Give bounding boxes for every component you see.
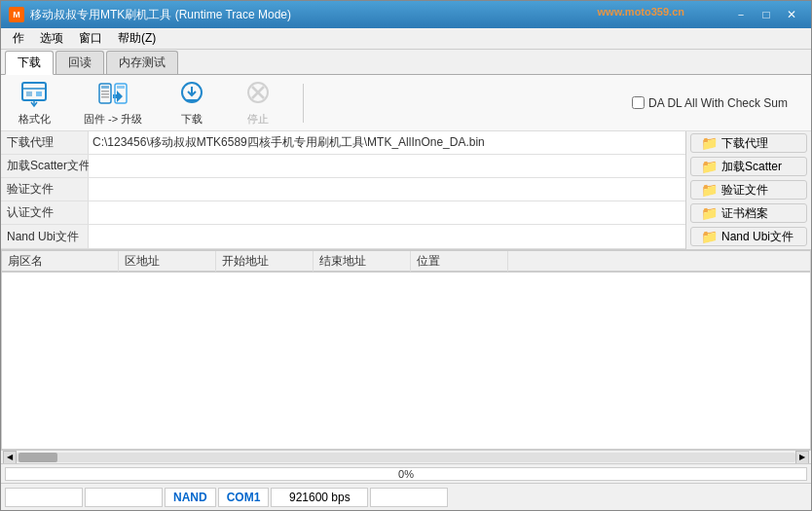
da-checkbox[interactable] <box>632 96 645 109</box>
stop-icon <box>242 79 274 110</box>
menu-bar: 作 选项 窗口 帮助(Z) <box>1 28 811 50</box>
tab-bar: 下载 回读 内存测试 <box>1 50 811 75</box>
label-auth: 认证文件 <box>1 201 89 224</box>
progress-text: 0% <box>6 468 806 480</box>
maximize-button[interactable]: □ <box>755 5 778 24</box>
input-verify[interactable] <box>89 178 685 201</box>
menu-item-file[interactable]: 作 <box>5 28 32 49</box>
btn-verify-label: 验证文件 <box>721 182 768 199</box>
btn-scatter-label: 加载Scatter <box>721 159 782 175</box>
download-label: 下载 <box>181 112 203 127</box>
stop-button[interactable]: 停止 <box>233 74 283 131</box>
progress-area: 0% <box>1 463 811 483</box>
btn-da[interactable]: 📁 下载代理 <box>690 133 807 153</box>
status-cell-nand: NAND <box>165 488 216 507</box>
menu-item-window[interactable]: 窗口 <box>71 28 110 49</box>
form-row-scatter: 加载Scatter文件 <box>1 155 685 178</box>
close-button[interactable]: ✕ <box>780 5 803 24</box>
table-body <box>2 273 810 449</box>
stop-label: 停止 <box>247 112 269 127</box>
col-header-start: 开始地址 <box>216 251 314 272</box>
form-row-da: 下载代理 <box>1 131 685 155</box>
scrollbar-track[interactable] <box>17 453 795 462</box>
label-da: 下载代理 <box>1 131 89 154</box>
btn-nand-label: Nand Ubi文件 <box>721 229 794 245</box>
scrollbar-thumb[interactable] <box>18 453 57 462</box>
folder-icon-da: 📁 <box>701 135 718 151</box>
progress-track: 0% <box>5 467 807 481</box>
btn-verify[interactable]: 📁 验证文件 <box>690 180 807 200</box>
folder-icon-scatter: 📁 <box>701 159 718 174</box>
title-controls: － □ ✕ <box>729 5 803 24</box>
format-icon <box>18 79 50 110</box>
col-header-name: 扇区名 <box>2 251 119 272</box>
minimize-button[interactable]: － <box>729 5 753 24</box>
input-nand[interactable] <box>89 225 685 248</box>
svg-rect-3 <box>36 91 42 96</box>
label-nand: Nand Ubi文件 <box>1 225 89 248</box>
status-cell-6 <box>370 488 448 507</box>
toolbar-divider <box>303 84 304 123</box>
folder-icon-nand: 📁 <box>701 229 718 244</box>
form-section: 下载代理 加载Scatter文件 验证文件 认证文件 Nand Ubi文件 <box>1 131 811 250</box>
svg-rect-6 <box>101 86 109 89</box>
app-icon: M <box>9 7 24 22</box>
format-button[interactable]: 格式化 <box>9 74 59 131</box>
svg-rect-8 <box>101 93 109 95</box>
title-bar-left: M 移动叔叔专用MTK刷机工具 (Runtime Trace Mode) <box>9 7 291 23</box>
checkbox-area: DA DL All With Check Sum <box>632 96 803 110</box>
tab-download[interactable]: 下载 <box>5 51 54 75</box>
svg-rect-9 <box>101 96 109 98</box>
menu-item-options[interactable]: 选项 <box>32 28 71 49</box>
status-cell-com: COM1 <box>218 488 270 507</box>
folder-icon-auth: 📁 <box>701 205 718 221</box>
upgrade-button[interactable]: 固件 -> 升级 <box>75 74 151 131</box>
input-da[interactable] <box>89 131 685 154</box>
btn-auth[interactable]: 📁 证书档案 <box>690 203 807 223</box>
svg-rect-2 <box>26 91 32 96</box>
form-row-verify: 验证文件 <box>1 178 685 201</box>
title-text: 移动叔叔专用MTK刷机工具 (Runtime Trace Mode) <box>30 7 291 23</box>
watermark: www.moto359.cn <box>598 6 684 18</box>
btn-da-label: 下载代理 <box>721 135 768 152</box>
col-header-pos: 位置 <box>411 251 508 272</box>
scrollbar-horizontal[interactable]: ◀ ▶ <box>1 450 811 463</box>
scroll-right-btn[interactable]: ▶ <box>795 451 809 464</box>
folder-icon-verify: 📁 <box>701 182 718 198</box>
tab-readback[interactable]: 回读 <box>55 51 104 74</box>
input-auth[interactable] <box>89 201 685 224</box>
download-button[interactable]: 下载 <box>166 74 217 131</box>
table-header: 扇区名 区地址 开始地址 结束地址 位置 <box>2 251 810 273</box>
btn-auth-label: 证书档案 <box>721 205 768 222</box>
status-cell-baud: 921600 bps <box>271 488 368 507</box>
btn-nand[interactable]: 📁 Nand Ubi文件 <box>690 227 807 246</box>
form-row-auth: 认证文件 <box>1 201 685 225</box>
svg-rect-0 <box>22 83 46 100</box>
label-scatter: 加载Scatter文件 <box>1 155 89 177</box>
tab-memory-test[interactable]: 内存测试 <box>106 51 178 74</box>
right-buttons: 📁 下载代理 📁 加载Scatter 📁 验证文件 📁 证书档案 📁 Nand … <box>685 131 811 249</box>
format-label: 格式化 <box>18 112 51 127</box>
btn-scatter[interactable]: 📁 加载Scatter <box>690 157 807 176</box>
form-row-nand: Nand Ubi文件 <box>1 225 685 248</box>
table-section: 扇区名 区地址 开始地址 结束地址 位置 <box>1 250 811 450</box>
form-fields: 下载代理 加载Scatter文件 验证文件 认证文件 Nand Ubi文件 <box>1 131 685 249</box>
col-header-region: 区地址 <box>119 251 216 272</box>
svg-rect-7 <box>101 91 109 92</box>
label-verify: 验证文件 <box>1 178 89 201</box>
col-header-end: 结束地址 <box>314 251 411 272</box>
upgrade-icon <box>97 79 129 110</box>
status-bar: NAND COM1 921600 bps <box>1 483 811 510</box>
window-container: M 移动叔叔专用MTK刷机工具 (Runtime Trace Mode) www… <box>0 0 812 511</box>
menu-item-help[interactable]: 帮助(Z) <box>110 28 164 49</box>
input-scatter[interactable] <box>89 155 685 177</box>
status-cell-2 <box>85 488 163 507</box>
svg-rect-11 <box>117 86 125 89</box>
scroll-left-btn[interactable]: ◀ <box>3 451 17 464</box>
title-bar: M 移动叔叔专用MTK刷机工具 (Runtime Trace Mode) www… <box>1 1 811 28</box>
da-checkbox-label: DA DL All With Check Sum <box>648 96 788 110</box>
download-icon <box>176 79 207 110</box>
status-cell-1 <box>5 488 83 507</box>
upgrade-label: 固件 -> 升级 <box>84 112 142 127</box>
toolbar: 格式化 固件 -> 升级 <box>1 75 811 131</box>
